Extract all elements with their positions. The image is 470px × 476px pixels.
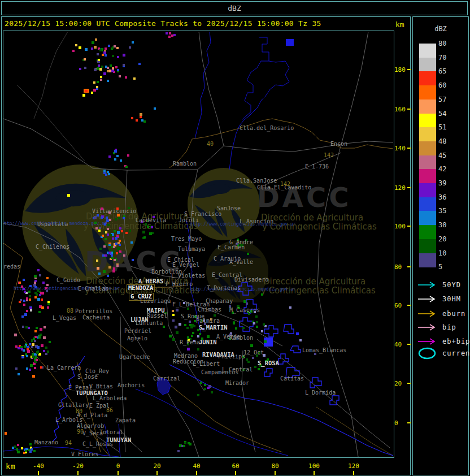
y-axis-tick <box>407 344 411 345</box>
echo-pixel <box>184 442 186 444</box>
place-label: L_Violetas <box>171 272 205 279</box>
legend-item-ebbip: eb+bip <box>417 336 470 347</box>
place-label: Perdriel <box>124 328 151 334</box>
echo-pixel <box>31 340 33 342</box>
echo-pixel <box>19 282 21 284</box>
track-arrow-icon <box>417 280 439 289</box>
radar-app-screen: { "title_bar": {"label": "dBZ"}, "header… <box>0 0 470 476</box>
echo-pixel <box>116 252 118 254</box>
place-label: L_Asuncion <box>240 218 273 224</box>
echo-pixel <box>37 289 39 292</box>
radar-map[interactable]: DACCDACCDirección de Agriculturay Contin… <box>3 31 393 457</box>
place-label: L_Vegas <box>53 315 76 321</box>
place-label: Clla.SanJose <box>236 178 277 184</box>
echo-pixel <box>21 315 24 318</box>
colorbar-block <box>419 58 436 72</box>
echo-pixel <box>108 266 111 269</box>
colorbar-block <box>419 239 436 253</box>
legend-item-eburn: eburn <box>417 309 465 319</box>
place-label: Palmira <box>196 318 220 324</box>
place-label: Anchoris <box>118 382 145 388</box>
y-axis-tick <box>407 187 411 188</box>
x-axis-tick <box>196 471 197 475</box>
echo-pixel <box>243 300 246 303</box>
colorbar-block <box>419 114 436 128</box>
echo-pixel <box>256 326 258 328</box>
echo-pixel <box>187 308 189 310</box>
dacc-watermark-subtitle: Dirección de Agricultura <box>261 214 363 222</box>
echo-pixel <box>43 326 46 328</box>
place-label: 12_Oct <box>243 349 264 356</box>
echo-pixel <box>95 227 98 230</box>
place-label: E_Vergel <box>172 262 199 268</box>
echo-pixel <box>116 155 119 157</box>
echo-pixel <box>107 224 110 226</box>
echo-pixel <box>119 75 121 77</box>
dacc-watermark-subtitle: Dirección de Agricultura <box>263 278 365 286</box>
echo-pixel <box>112 237 114 240</box>
echo-pixel <box>110 234 112 236</box>
echo-pixel <box>116 265 119 267</box>
legend-item-label: eb+bip <box>442 337 470 345</box>
place-label: SanJose <box>217 205 241 211</box>
echo-pixel <box>26 355 28 357</box>
echo-pixel <box>45 347 47 349</box>
place-label: Catitas <box>280 375 304 382</box>
echo-pixel <box>23 279 25 281</box>
echo-pixel <box>175 326 177 328</box>
echo-pixel <box>29 298 31 301</box>
echo-pixel <box>99 248 102 250</box>
place-label: C_Chilenos <box>36 244 69 250</box>
place-label: E_Challao <box>78 285 108 292</box>
echo-pixel <box>125 76 127 79</box>
colorbar-block <box>419 155 436 170</box>
echo-pixel <box>17 451 20 453</box>
echo-pixel <box>103 245 106 248</box>
colorbar-block <box>419 197 436 211</box>
echo-pixel <box>39 294 41 296</box>
echo-pixel <box>21 447 23 449</box>
echo-pixel <box>45 287 47 289</box>
echo-pixel <box>256 321 258 323</box>
x-axis-tick-label: 100 <box>302 462 327 470</box>
echo-pixel <box>252 357 254 359</box>
echo-pixel <box>107 80 109 82</box>
legend-item-current: current <box>417 348 470 358</box>
echo-pixel <box>142 231 145 233</box>
echo-pixel <box>18 347 20 349</box>
echo-pixel <box>116 47 119 49</box>
echo-pixel <box>204 384 206 386</box>
echo-pixel <box>261 330 263 332</box>
echo-pixel <box>117 231 120 234</box>
place-label: Tulumaya <box>178 246 205 252</box>
echo-pixel <box>235 327 237 330</box>
x-axis-tick-label: 120 <box>341 462 366 470</box>
echo-pixel <box>187 348 190 350</box>
y-axis-tick <box>407 305 411 306</box>
echo-pixel <box>177 450 180 452</box>
echo-pixel <box>118 242 120 244</box>
echo-pixel <box>34 296 37 298</box>
echo-pixel <box>289 306 291 309</box>
echo-pixel <box>115 218 117 220</box>
x-axis-tick <box>275 471 276 475</box>
place-label: L_Arboleda <box>93 395 127 401</box>
colorbar-value-label: 36 <box>438 193 446 201</box>
echo-pixel <box>24 345 26 348</box>
echo-pixel <box>183 445 185 447</box>
colorbar-block <box>419 211 436 225</box>
dacc-watermark-url: http://www.contingencias.mendoza.gov.ar <box>190 287 296 292</box>
place-label: Jocoli <box>179 217 199 223</box>
echo-pixel <box>37 346 40 349</box>
y-axis-tick <box>407 109 411 110</box>
echo-pixel <box>5 432 7 435</box>
route-number-label: 142 <box>280 181 290 187</box>
place-label: L_Libert <box>193 361 220 367</box>
echo-pixel <box>29 295 31 297</box>
route-number-label: 88 <box>67 308 73 314</box>
echo-pixel <box>92 41 94 44</box>
echo-pixel <box>34 282 36 284</box>
place-label: L_Dormida <box>305 390 336 396</box>
echo-pixel <box>26 310 28 312</box>
echo-pixel <box>107 275 109 277</box>
